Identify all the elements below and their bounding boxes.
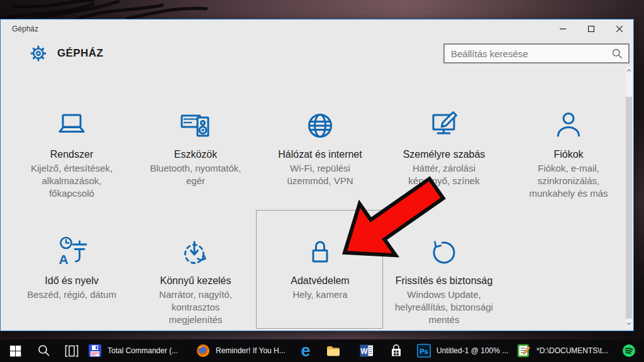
svg-text:Ps: Ps bbox=[419, 348, 428, 355]
svg-text:W: W bbox=[360, 347, 368, 356]
photoshop-icon: Ps bbox=[417, 344, 431, 358]
search-input[interactable] bbox=[445, 48, 612, 59]
maximize-button[interactable] bbox=[577, 19, 605, 38]
settings-window: Gépház GÉPHÁZ bbox=[0, 19, 634, 331]
task-view-button[interactable] bbox=[58, 339, 86, 362]
task-view-icon bbox=[65, 345, 79, 357]
tile-title: Fiókok bbox=[506, 148, 631, 161]
tile-personalization[interactable]: Személyre szabás Háttér, zárolási képern… bbox=[381, 106, 507, 187]
tile-subtitle: Hely, kamera bbox=[257, 288, 383, 301]
screen: Gépház GÉPHÁZ bbox=[0, 0, 644, 362]
gear-icon bbox=[30, 45, 47, 62]
tile-privacy[interactable]: Adatvédelem Hely, kamera bbox=[257, 233, 383, 301]
tile-subtitle: Fiókok, e-mail, szinkronizálás, munkahel… bbox=[506, 162, 631, 200]
time-language-icon: A bbox=[54, 234, 89, 270]
tile-network[interactable]: Hálózat és internet Wi-Fi, repülési üzem… bbox=[257, 106, 383, 187]
taskbar-item-photoshop[interactable]: Ps Untitled-1 @ 100% ... bbox=[417, 339, 508, 362]
tile-title: Frissítés és biztonság bbox=[381, 274, 507, 287]
taskbar-item-file-explorer[interactable] bbox=[319, 339, 347, 362]
tile-subtitle: Háttér, zárolási képernyő, színek bbox=[381, 162, 507, 187]
tile-update-security[interactable]: Frissítés és biztonság Windows Update, h… bbox=[381, 233, 507, 326]
taskbar-item-label: Reminder! If You H... bbox=[216, 346, 286, 355]
devices-icon bbox=[178, 108, 213, 143]
tree-branches bbox=[0, 0, 264, 21]
ease-of-access-icon bbox=[178, 234, 213, 270]
start-button[interactable] bbox=[0, 339, 30, 362]
windows-logo-icon bbox=[9, 344, 22, 358]
person-icon bbox=[551, 108, 586, 143]
tile-title: Könnyű kezelés bbox=[133, 274, 258, 287]
taskbar-item-label: Untitled-1 @ 100% ... bbox=[436, 346, 508, 355]
tile-subtitle: Bluetooth, nyomtatók, egér bbox=[133, 162, 258, 187]
taskbar-item-spotify[interactable] bbox=[618, 339, 640, 362]
firefox-icon bbox=[196, 344, 210, 358]
taskbar-item-text-editor[interactable]: *D:\DOCUMENTS\t... bbox=[517, 339, 608, 362]
tile-subtitle: Kijelző, értesítések, alkalmazások, főka… bbox=[9, 162, 135, 200]
close-button[interactable] bbox=[605, 19, 633, 38]
laptop-icon bbox=[54, 108, 89, 143]
taskbar-item-edge[interactable]: e bbox=[292, 339, 319, 362]
tile-title: Eszközök bbox=[133, 148, 258, 161]
tile-subtitle: Beszéd, régió, dátum bbox=[9, 288, 135, 301]
refresh-icon bbox=[426, 234, 462, 270]
edge-icon: e bbox=[301, 343, 310, 359]
window-title: Gépház bbox=[12, 25, 38, 33]
tile-title: Idő és nyelv bbox=[9, 274, 135, 287]
close-icon bbox=[616, 26, 623, 32]
scrollbar-thumb[interactable] bbox=[626, 97, 632, 319]
tile-subtitle: Narrátor, nagyító, kontrasztos megjelení… bbox=[133, 288, 258, 326]
app-title: GÉPHÁZ bbox=[57, 47, 103, 60]
tile-time-language[interactable]: A Idő és nyelv Beszéd, régió, dátum bbox=[9, 233, 135, 301]
tile-title: Személyre szabás bbox=[381, 148, 507, 161]
word-icon: W bbox=[360, 344, 374, 358]
lock-icon bbox=[303, 234, 338, 270]
taskbar-item-label: Total Commander (... bbox=[108, 346, 178, 355]
minimize-button[interactable] bbox=[548, 19, 577, 38]
tile-title: Adatvédelem bbox=[257, 274, 383, 287]
app-header: GÉPHÁZ bbox=[30, 45, 103, 62]
personalization-icon bbox=[426, 108, 462, 143]
taskbar-item-total-commander[interactable]: Total Commander (... bbox=[88, 339, 178, 362]
globe-icon bbox=[303, 108, 338, 143]
svg-text:A: A bbox=[59, 252, 69, 266]
taskbar-search-button[interactable] bbox=[30, 339, 58, 362]
tile-title: Hálózat és internet bbox=[257, 148, 383, 161]
titlebar[interactable]: Gépház bbox=[1, 19, 633, 38]
taskbar: Total Commander (... Reminder! If You H.… bbox=[0, 339, 644, 362]
tile-ease-of-access[interactable]: Könnyű kezelés Narrátor, nagyító, kontra… bbox=[133, 233, 258, 326]
folder-icon bbox=[326, 344, 340, 358]
tile-accounts[interactable]: Fiókok Fiókok, e-mail, szinkronizálás, m… bbox=[506, 106, 631, 200]
settings-search bbox=[443, 43, 630, 63]
text-editor-icon bbox=[517, 344, 531, 358]
taskbar-item-word[interactable]: W bbox=[353, 339, 380, 362]
search-icon bbox=[38, 344, 50, 357]
scrollbar[interactable] bbox=[626, 67, 632, 327]
taskbar-item-label: *D:\DOCUMENTS\t... bbox=[536, 346, 608, 355]
tile-devices[interactable]: Eszközök Bluetooth, nyomtatók, egér bbox=[133, 106, 258, 187]
maximize-icon bbox=[588, 26, 594, 32]
taskbar-item-store[interactable] bbox=[382, 339, 410, 362]
scroll-up-icon[interactable] bbox=[626, 69, 631, 72]
tile-title: Rendszer bbox=[9, 148, 135, 161]
total-commander-icon bbox=[88, 344, 102, 358]
taskbar-item-firefox[interactable]: Reminder! If You H... bbox=[196, 339, 286, 362]
search-icon[interactable] bbox=[612, 48, 623, 59]
store-icon bbox=[389, 344, 403, 358]
scroll-down-icon[interactable] bbox=[626, 322, 631, 326]
tile-system[interactable]: Rendszer Kijelző, értesítések, alkalmazá… bbox=[9, 106, 135, 200]
tile-subtitle: Wi-Fi, repülési üzemmód, VPN bbox=[257, 162, 383, 187]
minimize-icon bbox=[560, 26, 566, 32]
tile-subtitle: Windows Update, helyreállítás, biztonság… bbox=[381, 288, 507, 326]
spotify-icon bbox=[622, 344, 636, 358]
